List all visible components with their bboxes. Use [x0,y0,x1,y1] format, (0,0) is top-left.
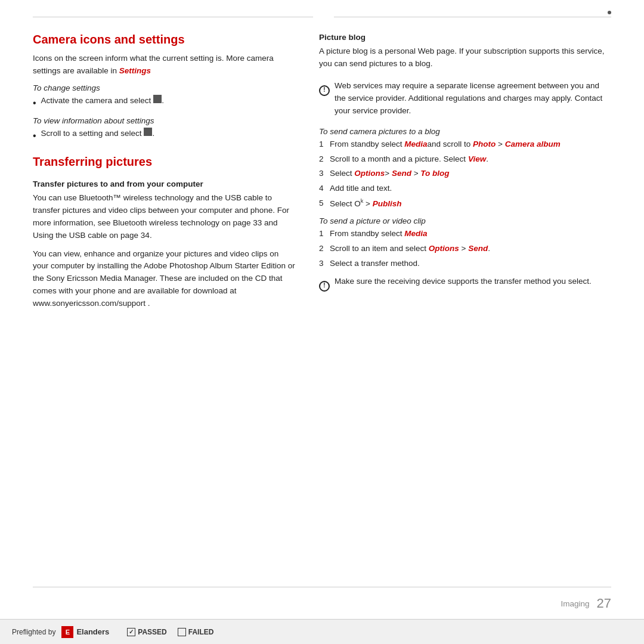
warning-2-text: Make sure the receiving device supports … [335,275,592,288]
send-clip-label: To send a picture or video clip [319,216,611,225]
transfer-heading: Transferring pictures [33,155,295,169]
clip-step-3: 3 Select a transfer method. [319,258,611,270]
top-corner-dot [608,11,611,14]
picture-blog-heading: Picture blog [319,33,611,42]
warning-icon-1 [319,80,330,97]
bullet-dot-2: • [33,129,36,143]
preflight-bar: Preflighted by E Elanders ✓ PASSED FAILE… [0,619,644,644]
right-column: Picture blog A picture blog is a persona… [319,33,611,575]
warning-1-text: Web services may require a separate lice… [335,80,611,117]
page-footer: Imaging 27 [561,596,611,611]
top-border-right [334,17,611,17]
failed-checkbox [178,628,186,636]
blog-step-2: 2 Scroll to a month and a picture. Selec… [319,153,611,166]
transfer-para1: You can use Bluetooth™ wireless technolo… [33,192,295,242]
camera-square-icon [153,95,162,103]
passed-checkbox: ✓ [127,628,135,636]
transfer-sub-heading: Transfer pictures to and from your compu… [33,179,295,188]
top-border-left [33,17,313,17]
transfer-para2: You can view, enhance and organize your … [33,248,295,311]
clip-step-2: 2 Scroll to an item and select Options >… [319,243,611,255]
camera-intro-text: Icons on the screen inform what the curr… [33,52,295,78]
change-settings-label: To change settings [33,83,295,92]
send-to-blog-section: To send camera pictures to a blog 1 From… [319,127,611,210]
bottom-border [33,587,611,587]
failed-indicator: FAILED [178,628,214,636]
settings-link: Settings [119,66,151,75]
clip-step-1: 1 From standby select Media [319,228,611,240]
blog-step-4: 4 Add title and text. [319,182,611,195]
warning-icon-2 [319,276,330,293]
send-clip-list: 1 From standby select Media 2 Scroll to … [319,228,611,270]
view-info-label: To view information about settings [33,116,295,125]
page-container: Camera icons and settings Icons on the s… [0,0,644,644]
send-to-blog-list: 1 From standby select Mediaand scroll to… [319,138,611,210]
preflight-logo: E Elanders [61,626,109,638]
blog-step-3: 3 Select Options> Send > To blog [319,168,611,180]
settings-square-icon [144,128,152,136]
change-settings-bullet: • Activate the camera and select. [33,95,295,110]
view-info-bullet: • Scroll to a setting and select. [33,128,295,143]
camera-section: Camera icons and settings Icons on the s… [33,33,295,143]
main-content: Camera icons and settings Icons on the s… [33,33,611,575]
warning-1: Web services may require a separate lice… [319,80,611,117]
bullet-dot-1: • [33,96,36,110]
passed-indicator: ✓ PASSED [127,628,166,636]
picture-blog-section: Picture blog A picture blog is a persona… [319,33,611,70]
blog-step-1: 1 From standby select Mediaand scroll to… [319,138,611,151]
failed-label: FAILED [188,628,214,636]
send-to-blog-label: To send camera pictures to a blog [319,127,611,136]
camera-section-heading: Camera icons and settings [33,33,295,47]
blog-step-5: 5 Select Ok > Publish [319,197,611,210]
footer-label: Imaging [561,599,589,608]
elanders-brand: Elanders [76,627,109,636]
transfer-section: Transferring pictures Transfer pictures … [33,155,295,310]
picture-blog-description: A picture blog is a personal Web page. I… [319,45,611,70]
left-column: Camera icons and settings Icons on the s… [33,33,295,575]
page-number: 27 [597,596,611,611]
passed-label: PASSED [138,628,166,636]
send-clip-section: To send a picture or video clip 1 From s… [319,216,611,270]
warning-2: Make sure the receiving device supports … [319,275,611,293]
elanders-icon: E [61,626,73,638]
preflight-label: Preflighted by [12,628,55,636]
